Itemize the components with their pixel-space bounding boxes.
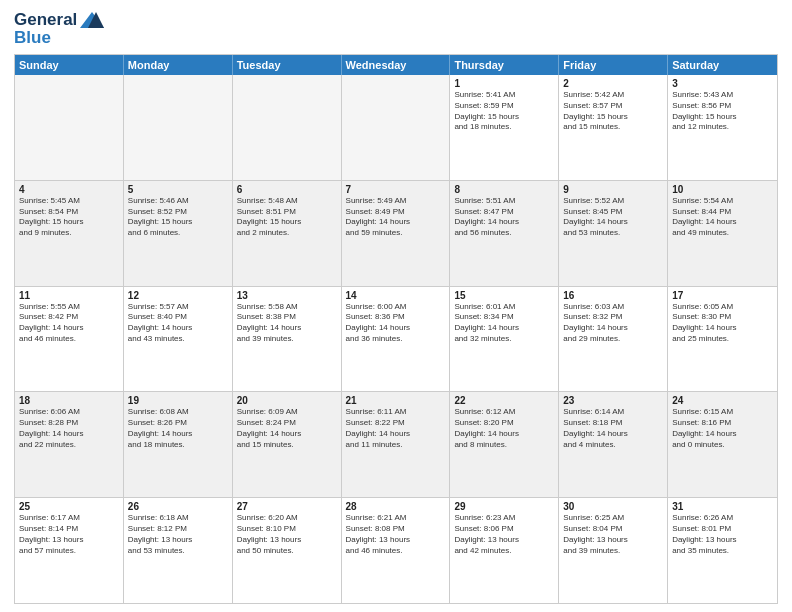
- day-number: 12: [128, 290, 228, 301]
- calendar-cell-22: 22Sunrise: 6:12 AM Sunset: 8:20 PM Dayli…: [450, 392, 559, 497]
- cell-info: Sunrise: 5:49 AM Sunset: 8:49 PM Dayligh…: [346, 196, 446, 239]
- day-number: 23: [563, 395, 663, 406]
- calendar-cell-23: 23Sunrise: 6:14 AM Sunset: 8:18 PM Dayli…: [559, 392, 668, 497]
- cell-info: Sunrise: 5:48 AM Sunset: 8:51 PM Dayligh…: [237, 196, 337, 239]
- logo-icon: [78, 10, 106, 30]
- calendar-row-5: 25Sunrise: 6:17 AM Sunset: 8:14 PM Dayli…: [15, 498, 777, 603]
- calendar-cell-4: 4Sunrise: 5:45 AM Sunset: 8:54 PM Daylig…: [15, 181, 124, 286]
- cell-info: Sunrise: 5:51 AM Sunset: 8:47 PM Dayligh…: [454, 196, 554, 239]
- cell-info: Sunrise: 6:21 AM Sunset: 8:08 PM Dayligh…: [346, 513, 446, 556]
- day-number: 29: [454, 501, 554, 512]
- cell-info: Sunrise: 6:23 AM Sunset: 8:06 PM Dayligh…: [454, 513, 554, 556]
- cell-info: Sunrise: 6:12 AM Sunset: 8:20 PM Dayligh…: [454, 407, 554, 450]
- day-number: 16: [563, 290, 663, 301]
- cell-info: Sunrise: 6:00 AM Sunset: 8:36 PM Dayligh…: [346, 302, 446, 345]
- cell-info: Sunrise: 5:52 AM Sunset: 8:45 PM Dayligh…: [563, 196, 663, 239]
- day-number: 13: [237, 290, 337, 301]
- cell-info: Sunrise: 6:11 AM Sunset: 8:22 PM Dayligh…: [346, 407, 446, 450]
- calendar-cell-27: 27Sunrise: 6:20 AM Sunset: 8:10 PM Dayli…: [233, 498, 342, 603]
- day-number: 5: [128, 184, 228, 195]
- cell-info: Sunrise: 5:43 AM Sunset: 8:56 PM Dayligh…: [672, 90, 773, 133]
- calendar-cell-12: 12Sunrise: 5:57 AM Sunset: 8:40 PM Dayli…: [124, 287, 233, 392]
- calendar-cell-5: 5Sunrise: 5:46 AM Sunset: 8:52 PM Daylig…: [124, 181, 233, 286]
- header: General Blue: [14, 10, 778, 48]
- calendar-cell-2: 2Sunrise: 5:42 AM Sunset: 8:57 PM Daylig…: [559, 75, 668, 180]
- cell-info: Sunrise: 6:14 AM Sunset: 8:18 PM Dayligh…: [563, 407, 663, 450]
- day-number: 3: [672, 78, 773, 89]
- calendar-cell-30: 30Sunrise: 6:25 AM Sunset: 8:04 PM Dayli…: [559, 498, 668, 603]
- cell-info: Sunrise: 5:45 AM Sunset: 8:54 PM Dayligh…: [19, 196, 119, 239]
- day-number: 24: [672, 395, 773, 406]
- cell-info: Sunrise: 6:08 AM Sunset: 8:26 PM Dayligh…: [128, 407, 228, 450]
- logo: General Blue: [14, 10, 106, 48]
- calendar-cell-1: 1Sunrise: 5:41 AM Sunset: 8:59 PM Daylig…: [450, 75, 559, 180]
- calendar-cell-8: 8Sunrise: 5:51 AM Sunset: 8:47 PM Daylig…: [450, 181, 559, 286]
- calendar-cell-21: 21Sunrise: 6:11 AM Sunset: 8:22 PM Dayli…: [342, 392, 451, 497]
- cell-info: Sunrise: 5:41 AM Sunset: 8:59 PM Dayligh…: [454, 90, 554, 133]
- calendar-cell-16: 16Sunrise: 6:03 AM Sunset: 8:32 PM Dayli…: [559, 287, 668, 392]
- cell-info: Sunrise: 6:03 AM Sunset: 8:32 PM Dayligh…: [563, 302, 663, 345]
- calendar-cell-empty-0-1: [124, 75, 233, 180]
- calendar-header-cell-tuesday: Tuesday: [233, 55, 342, 75]
- cell-info: Sunrise: 6:09 AM Sunset: 8:24 PM Dayligh…: [237, 407, 337, 450]
- day-number: 15: [454, 290, 554, 301]
- cell-info: Sunrise: 6:06 AM Sunset: 8:28 PM Dayligh…: [19, 407, 119, 450]
- day-number: 19: [128, 395, 228, 406]
- day-number: 17: [672, 290, 773, 301]
- calendar-header-cell-monday: Monday: [124, 55, 233, 75]
- cell-info: Sunrise: 6:01 AM Sunset: 8:34 PM Dayligh…: [454, 302, 554, 345]
- logo-blue-text: Blue: [14, 28, 51, 48]
- calendar-body: 1Sunrise: 5:41 AM Sunset: 8:59 PM Daylig…: [15, 75, 777, 603]
- calendar-row-3: 11Sunrise: 5:55 AM Sunset: 8:42 PM Dayli…: [15, 287, 777, 393]
- day-number: 4: [19, 184, 119, 195]
- day-number: 9: [563, 184, 663, 195]
- calendar-cell-31: 31Sunrise: 6:26 AM Sunset: 8:01 PM Dayli…: [668, 498, 777, 603]
- calendar-header-cell-wednesday: Wednesday: [342, 55, 451, 75]
- day-number: 25: [19, 501, 119, 512]
- day-number: 18: [19, 395, 119, 406]
- calendar-header-cell-saturday: Saturday: [668, 55, 777, 75]
- cell-info: Sunrise: 6:05 AM Sunset: 8:30 PM Dayligh…: [672, 302, 773, 345]
- calendar-cell-10: 10Sunrise: 5:54 AM Sunset: 8:44 PM Dayli…: [668, 181, 777, 286]
- day-number: 1: [454, 78, 554, 89]
- cell-info: Sunrise: 6:15 AM Sunset: 8:16 PM Dayligh…: [672, 407, 773, 450]
- calendar-cell-empty-0-2: [233, 75, 342, 180]
- day-number: 10: [672, 184, 773, 195]
- calendar-cell-15: 15Sunrise: 6:01 AM Sunset: 8:34 PM Dayli…: [450, 287, 559, 392]
- day-number: 2: [563, 78, 663, 89]
- calendar-cell-6: 6Sunrise: 5:48 AM Sunset: 8:51 PM Daylig…: [233, 181, 342, 286]
- cell-info: Sunrise: 6:20 AM Sunset: 8:10 PM Dayligh…: [237, 513, 337, 556]
- day-number: 11: [19, 290, 119, 301]
- logo-general-text: General: [14, 10, 77, 30]
- calendar-cell-11: 11Sunrise: 5:55 AM Sunset: 8:42 PM Dayli…: [15, 287, 124, 392]
- calendar-cell-20: 20Sunrise: 6:09 AM Sunset: 8:24 PM Dayli…: [233, 392, 342, 497]
- calendar-row-1: 1Sunrise: 5:41 AM Sunset: 8:59 PM Daylig…: [15, 75, 777, 181]
- calendar-cell-28: 28Sunrise: 6:21 AM Sunset: 8:08 PM Dayli…: [342, 498, 451, 603]
- day-number: 30: [563, 501, 663, 512]
- calendar-header-cell-thursday: Thursday: [450, 55, 559, 75]
- day-number: 31: [672, 501, 773, 512]
- calendar-cell-19: 19Sunrise: 6:08 AM Sunset: 8:26 PM Dayli…: [124, 392, 233, 497]
- calendar-cell-29: 29Sunrise: 6:23 AM Sunset: 8:06 PM Dayli…: [450, 498, 559, 603]
- calendar-cell-13: 13Sunrise: 5:58 AM Sunset: 8:38 PM Dayli…: [233, 287, 342, 392]
- day-number: 21: [346, 395, 446, 406]
- day-number: 20: [237, 395, 337, 406]
- calendar-cell-empty-0-3: [342, 75, 451, 180]
- day-number: 22: [454, 395, 554, 406]
- calendar-cell-26: 26Sunrise: 6:18 AM Sunset: 8:12 PM Dayli…: [124, 498, 233, 603]
- calendar-header-cell-sunday: Sunday: [15, 55, 124, 75]
- calendar-cell-25: 25Sunrise: 6:17 AM Sunset: 8:14 PM Dayli…: [15, 498, 124, 603]
- calendar-row-2: 4Sunrise: 5:45 AM Sunset: 8:54 PM Daylig…: [15, 181, 777, 287]
- cell-info: Sunrise: 5:46 AM Sunset: 8:52 PM Dayligh…: [128, 196, 228, 239]
- calendar-cell-7: 7Sunrise: 5:49 AM Sunset: 8:49 PM Daylig…: [342, 181, 451, 286]
- cell-info: Sunrise: 5:58 AM Sunset: 8:38 PM Dayligh…: [237, 302, 337, 345]
- cell-info: Sunrise: 5:42 AM Sunset: 8:57 PM Dayligh…: [563, 90, 663, 133]
- day-number: 7: [346, 184, 446, 195]
- cell-info: Sunrise: 5:55 AM Sunset: 8:42 PM Dayligh…: [19, 302, 119, 345]
- cell-info: Sunrise: 6:18 AM Sunset: 8:12 PM Dayligh…: [128, 513, 228, 556]
- day-number: 26: [128, 501, 228, 512]
- calendar-cell-3: 3Sunrise: 5:43 AM Sunset: 8:56 PM Daylig…: [668, 75, 777, 180]
- day-number: 8: [454, 184, 554, 195]
- calendar-header-cell-friday: Friday: [559, 55, 668, 75]
- day-number: 6: [237, 184, 337, 195]
